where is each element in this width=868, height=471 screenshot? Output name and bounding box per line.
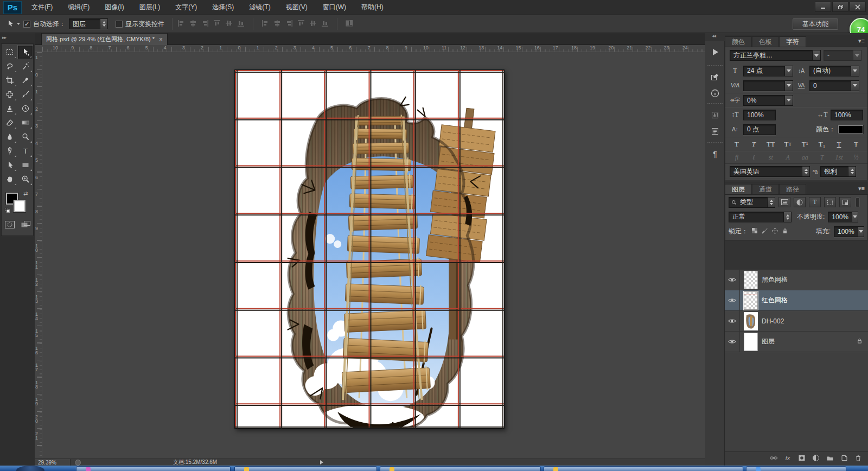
opentype-button-7[interactable]: ½ <box>849 152 863 162</box>
opentype-button-6[interactable]: 1st <box>832 152 846 162</box>
distribute-bottom-icon[interactable] <box>285 19 293 29</box>
lock-transparency-icon[interactable] <box>751 227 758 236</box>
swap-colors-icon[interactable]: ⇄ <box>23 190 28 196</box>
gradient-tool[interactable] <box>17 116 33 130</box>
distribute-left-icon[interactable] <box>297 19 305 29</box>
history-brush-tool[interactable] <box>17 101 33 116</box>
kerning-dropdown[interactable] <box>743 80 793 91</box>
type-style-button-0[interactable]: T <box>730 139 744 150</box>
zoom-tool[interactable] <box>17 172 33 186</box>
magic-wand-tool[interactable] <box>17 59 33 73</box>
layer-row-红色网格[interactable]: 红色网格 <box>725 290 868 311</box>
distribute-vertical-center-icon[interactable] <box>273 19 282 29</box>
layer-name[interactable]: DH-002 <box>762 317 868 325</box>
distribute-right-icon[interactable] <box>321 19 329 29</box>
eyedropper-tool[interactable] <box>17 73 33 87</box>
menu-item-9[interactable]: 帮助(H) <box>354 0 391 15</box>
blur-tool[interactable] <box>2 130 17 144</box>
filter-pixel-layers-icon[interactable] <box>778 197 790 207</box>
link-layers-icon[interactable] <box>769 454 778 464</box>
opentype-button-0[interactable]: fi <box>730 152 744 162</box>
spot-healing-brush-tool[interactable] <box>2 87 17 101</box>
minimize-button[interactable] <box>815 2 831 12</box>
start-button[interactable] <box>16 466 44 471</box>
show-transform-checkbox[interactable]: ✓ <box>116 21 123 28</box>
new-layer-icon[interactable] <box>840 454 848 464</box>
status-badge-icon[interactable] <box>75 460 81 466</box>
auto-select-target-dropdown[interactable]: 图层 <box>69 18 108 29</box>
vertical-ruler[interactable]: 10123456789101112131415161718192021 <box>35 52 42 459</box>
tab-close-icon[interactable]: × <box>159 36 163 43</box>
taskbar-window-button-0[interactable] <box>76 466 231 471</box>
document-canvas[interactable] <box>234 69 505 429</box>
type-tool[interactable]: T <box>17 144 33 158</box>
canvas-background[interactable] <box>42 52 705 459</box>
baseline-shift-field[interactable]: 0 点 <box>743 124 776 135</box>
tool-presets-panel-icon[interactable] <box>709 71 722 84</box>
layer-name[interactable]: 黑色网格 <box>762 275 868 284</box>
lasso-tool[interactable] <box>2 59 17 73</box>
type-style-button-7[interactable]: Ŧ <box>849 139 863 150</box>
menu-item-4[interactable]: 文字(Y) <box>168 0 205 15</box>
align-left-icon[interactable] <box>213 19 221 29</box>
dodge-tool[interactable] <box>17 130 33 144</box>
filter-smart-objects-icon[interactable] <box>839 197 851 207</box>
tab-swatches[interactable]: 色板 <box>752 36 779 47</box>
menu-item-6[interactable]: 滤镜(T) <box>241 0 278 15</box>
opentype-button-2[interactable]: st <box>764 152 778 162</box>
type-style-button-3[interactable]: TT <box>781 139 795 150</box>
menu-item-0[interactable]: 文件(F) <box>24 0 60 15</box>
tab-layers[interactable]: 图层 <box>725 184 752 194</box>
info-panel-icon[interactable] <box>709 87 722 100</box>
status-options-arrow-icon[interactable] <box>320 460 323 464</box>
vertical-scale-field[interactable]: 100% <box>743 110 776 120</box>
crop-tool[interactable] <box>2 73 17 87</box>
layer-name[interactable]: 红色网格 <box>762 296 868 305</box>
tab-paths[interactable]: 路径 <box>779 184 806 194</box>
panel-menu-icon[interactable]: ▾≡ <box>858 37 865 44</box>
fill-dropdown[interactable]: 100% <box>834 226 864 237</box>
actions-panel-icon[interactable] <box>709 46 722 59</box>
distribute-top-icon[interactable] <box>261 19 270 29</box>
filter-toggle-icon[interactable] <box>856 198 860 207</box>
layer-style-icon[interactable]: fx <box>783 454 792 464</box>
document-tab[interactable]: 网格.psd @ 29.4% (红色网格, CMYK/8) * × <box>41 33 168 45</box>
clone-stamp-tool[interactable] <box>2 101 17 116</box>
layer-row-图层[interactable]: 图层 <box>725 332 868 352</box>
screen-mode-button[interactable] <box>20 220 31 231</box>
lock-all-icon[interactable] <box>782 227 788 236</box>
tab-color[interactable]: 颜色 <box>725 36 752 47</box>
layer-visibility-toggle[interactable] <box>725 311 740 331</box>
background-color-swatch[interactable] <box>14 200 25 212</box>
layer-thumbnail[interactable] <box>744 291 758 310</box>
filter-adjustment-layers-icon[interactable] <box>794 197 806 207</box>
horizontal-scale-field[interactable]: 100% <box>831 110 863 120</box>
move-tool[interactable] <box>17 45 33 59</box>
opentype-button-3[interactable]: A <box>781 152 795 162</box>
pen-tool[interactable] <box>2 144 17 158</box>
type-style-button-1[interactable]: T <box>746 139 761 150</box>
menu-item-1[interactable]: 编辑(E) <box>60 0 97 15</box>
lock-pixels-icon[interactable] <box>761 227 768 236</box>
taskbar-window-button-3[interactable] <box>544 466 743 471</box>
align-bottom-icon[interactable] <box>201 19 209 29</box>
tab-channels[interactable]: 通道 <box>752 184 779 194</box>
default-colors-icon[interactable] <box>5 208 10 213</box>
paragraph-panel-icon[interactable]: ¶ <box>709 148 722 161</box>
rectangular-marquee-tool[interactable] <box>2 45 17 59</box>
align-horizontal-center-icon[interactable] <box>225 19 233 29</box>
horizontal-ruler[interactable]: 1098765432101234567891011121314151617181… <box>42 45 705 52</box>
taskbar-window-button-1[interactable] <box>234 466 377 471</box>
filter-shape-layers-icon[interactable] <box>824 197 836 207</box>
delete-layer-icon[interactable] <box>854 454 863 464</box>
layer-thumbnail[interactable] <box>744 333 758 351</box>
proportional-spacing-dropdown[interactable]: 0% <box>743 95 793 106</box>
layer-visibility-toggle[interactable] <box>725 332 740 352</box>
opentype-button-1[interactable]: ℓ <box>746 152 761 162</box>
tracking-dropdown[interactable]: 0 <box>809 80 859 91</box>
layers-panel-menu-icon[interactable]: ▾≡ <box>858 185 865 192</box>
layer-name[interactable]: 图层 <box>762 337 857 346</box>
menu-item-2[interactable]: 图像(I) <box>97 0 131 15</box>
filter-type-layers-icon[interactable]: T <box>809 197 821 207</box>
notes-panel-icon[interactable] <box>709 125 722 138</box>
